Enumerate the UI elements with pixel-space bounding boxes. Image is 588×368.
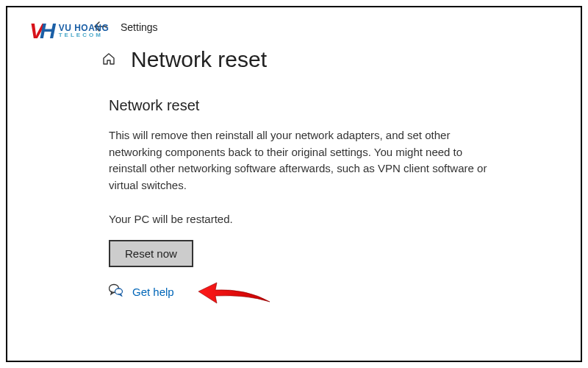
- reset-now-button[interactable]: Reset now: [109, 240, 193, 267]
- logo-sub-text: TELECOM: [59, 32, 110, 38]
- chat-help-icon: [109, 283, 123, 300]
- logo-mark: V H: [29, 22, 54, 40]
- home-icon[interactable]: [101, 52, 116, 68]
- svg-point-1: [115, 289, 123, 294]
- logo-text: VU HOANG TELECOM: [59, 24, 110, 38]
- logo-h-icon: H: [40, 22, 54, 40]
- restart-note: Your PC will be restarted.: [109, 213, 491, 225]
- page-title: Network reset: [131, 47, 267, 72]
- help-row: Get help: [109, 283, 491, 300]
- topbar: Settings: [94, 21, 560, 34]
- window-frame: V H VU HOANG TELECOM Settings Network re…: [6, 6, 582, 362]
- get-help-link[interactable]: Get help: [132, 286, 174, 298]
- title-row: Network reset: [101, 47, 560, 72]
- watermark-logo: V H VU HOANG TELECOM: [29, 22, 109, 40]
- description-text: This will remove then reinstall all your…: [109, 127, 491, 194]
- settings-breadcrumb: Settings: [121, 21, 158, 33]
- section-heading: Network reset: [109, 97, 491, 114]
- content-area: Network reset This will remove then rein…: [109, 97, 491, 300]
